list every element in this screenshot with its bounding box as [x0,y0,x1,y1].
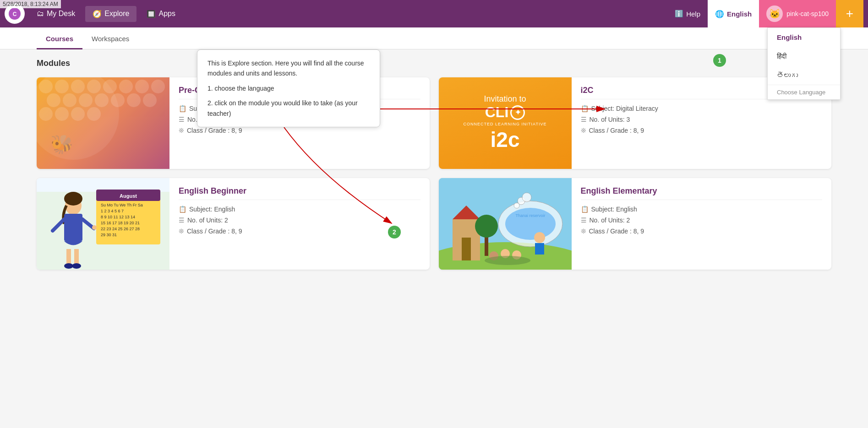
i2c-i2c-text: i2c [491,127,520,152]
help-label: Help [686,10,700,18]
circle-marker-2: 2 [388,226,401,238]
svg-point-61 [522,193,531,202]
course-card-english-elementary[interactable]: Thanai reservoir [439,178,832,270]
course-info-english-elementary: English Elementary 📋 Subject: English ☰ … [572,178,832,270]
svg-point-17 [143,93,157,107]
tooltip-step1: 1. choose the language [207,83,370,93]
units-icon-eng-beg: ☰ [179,217,185,224]
lang-telugu[interactable]: తెలుగు [768,66,840,85]
subject-icon-eng-elem: 📋 [581,206,589,213]
course-meta-english-elementary: 📋 Subject: English ☰ No. of Units: 2 ❊ C… [581,206,823,235]
course-name-english-beginner: English Beginner [179,186,420,200]
help-button[interactable]: ℹ️ Help [667,6,708,22]
svg-point-10 [151,80,165,93]
svg-point-11 [47,93,60,107]
nav-mydesk-label: My Desk [47,10,75,18]
grade-label-eng-elem: Class / Grade : 8, 9 [589,228,644,235]
units-icon-eng-elem: ☰ [581,217,587,224]
units-icon-pre-clix: ☰ [179,116,185,123]
language-label: English [727,10,752,18]
course-meta-english-beginner: 📋 Subject: English ☰ No. of Units: 2 ❊ C… [179,206,420,235]
subtabs: Courses Workspaces [0,27,868,49]
course-thumb-pre-clix: 🐝 [37,77,169,169]
svg-text:C: C [13,11,17,17]
svg-point-52 [505,208,556,240]
language-button[interactable]: 🌐 English [708,0,759,27]
svg-point-6 [87,80,101,93]
grade-icon-pre-clix: ❊ [179,127,184,134]
nav-explore[interactable]: 🧭 Explore [85,6,136,22]
course-info-english-beginner: English Beginner 📋 Subject: English ☰ No… [169,178,430,270]
explore-icon: 🧭 [93,10,102,18]
grade-icon-eng-elem: ❊ [581,228,586,235]
svg-rect-39 [66,249,71,265]
lang-hindi[interactable]: हिंदी [768,47,840,66]
svg-point-20 [71,107,85,121]
course-units-english-elementary: ☰ No. of Units: 2 [581,217,823,224]
course-grade-pre-clix: ❊ Class / Grade : 8, 9 [179,127,420,134]
units-label-i2c: No. of Units: 3 [590,116,630,123]
english-elementary-illustration: Thanai reservoir [439,178,572,270]
i2c-cli-icon: ✦ [510,105,525,120]
course-card-english-beginner[interactable]: August Su Mo Tu We Th Fr Sa 1 2 3 4 5 6 … [37,178,430,270]
course-grid: 🐝 [37,77,831,270]
svg-point-12 [63,93,76,107]
add-button[interactable]: + [836,0,863,27]
svg-point-18 [39,107,53,121]
svg-text:29 30 31: 29 30 31 [101,233,117,237]
grade-icon-i2c: ❊ [581,127,586,134]
course-thumb-i2c: Invitation to CLI ✦ CONNECTED LEARNING I… [439,77,572,169]
svg-point-42 [72,263,81,269]
main-content: Modules This is Explore section. Here yo… [0,49,868,279]
svg-point-14 [95,93,109,107]
course-grade-english-elementary: ❊ Class / Grade : 8, 9 [581,228,823,235]
subject-icon-eng-beg: 📋 [179,206,186,213]
tab-courses[interactable]: Courses [37,29,82,49]
nav-apps[interactable]: 🔲 Apps [139,6,182,22]
svg-text:Su Mo Tu We Th Fr Sa: Su Mo Tu We Th Fr Sa [101,203,143,207]
course-thumb-english-elementary: Thanai reservoir [439,178,572,270]
units-label-eng-beg: No. of Units: 2 [187,217,228,224]
nav-explore-label: Explore [104,10,129,18]
user-button[interactable]: 🐱 pink-cat-sp100 [759,0,836,27]
svg-point-58 [485,256,530,265]
language-dropdown: English हिंदी తెలుగు Choose Language [767,27,841,100]
tab-workspaces[interactable]: Workspaces [82,29,138,49]
i2c-invitation-text: Invitation to [484,94,526,104]
nav-mydesk[interactable]: 🗂 My Desk [29,6,82,22]
svg-point-16 [127,93,141,107]
topbar-right: ℹ️ Help 🌐 English 🐱 pink-cat-sp100 + [667,0,863,27]
tutorial-tooltip: This is Explore section. Here you will f… [197,49,380,127]
svg-point-8 [119,80,133,93]
course-units-english-beginner: ☰ No. of Units: 2 [179,217,420,224]
subject-label-i2c: Subject: Digital Literacy [591,105,658,112]
course-subject-english-elementary: 📋 Subject: English [581,206,823,213]
svg-point-34 [64,192,82,206]
i2c-connected-text: CONNECTED LEARNING INITIATIVE [464,122,547,126]
course-subject-english-beginner: 📋 Subject: English [179,206,420,213]
english-beginner-illustration: August Su Mo Tu We Th Fr Sa 1 2 3 4 5 6 … [37,178,169,270]
svg-point-9 [135,80,149,93]
svg-text:August: August [120,193,137,199]
user-avatar: 🐱 [766,5,783,22]
svg-rect-40 [74,249,79,265]
lang-english[interactable]: English [768,28,840,47]
course-grade-english-beginner: ❊ Class / Grade : 8, 9 [179,228,420,235]
svg-point-13 [79,93,93,107]
subject-label-eng-beg: Subject: English [189,206,235,213]
course-subject-i2c: 📋 Subject: Digital Literacy [581,105,823,112]
apps-icon: 🔲 [147,10,156,18]
course-grade-i2c: ❊ Class / Grade : 8, 9 [581,127,823,134]
lang-dropdown-footer: Choose Language [768,85,840,99]
svg-point-4 [55,80,69,93]
circle-marker-1: 1 [713,54,726,67]
grade-label-eng-beg: Class / Grade : 8, 9 [187,228,242,235]
subject-label-eng-elem: Subject: English [591,206,637,213]
topbar: C 🗂 My Desk 🧭 Explore 🔲 Apps ℹ️ Help 🌐 E… [0,0,868,27]
svg-point-53 [534,232,545,243]
globe-icon: 🌐 [715,10,724,18]
add-icon: + [846,6,853,21]
help-icon: ℹ️ [675,10,683,18]
units-icon-i2c: ☰ [581,116,587,123]
tooltip-intro: This is Explore section. Here you will f… [207,58,370,79]
